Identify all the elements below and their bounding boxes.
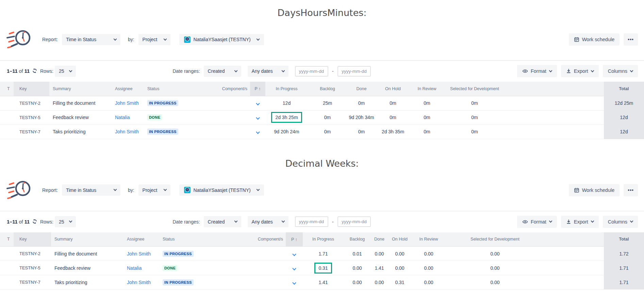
rows-label: Rows: [40, 219, 53, 225]
date-from-input[interactable] [295, 216, 328, 227]
toolbar: 1–11 of 11 Rows: 25 Date ranges: [0, 211, 644, 232]
column-header-priority[interactable]: P↑ [250, 82, 265, 96]
rows-select[interactable]: 25 [55, 66, 76, 77]
date-field-value: Created [208, 219, 225, 225]
column-header-backlog[interactable]: Backlog [308, 82, 347, 96]
chevron-down-icon [113, 37, 117, 40]
on-hold-cell: 0.00 [388, 247, 412, 261]
more-options-button[interactable]: ••• [624, 184, 638, 196]
in-progress-cell: 1.71 [303, 247, 344, 261]
in-progress-cell: 12d [265, 96, 308, 110]
column-header-components[interactable]: Component/s [243, 232, 286, 247]
column-header-components[interactable]: Component/s [219, 82, 250, 96]
project-select[interactable]: NataliaYSaasjet (TESTNY) [179, 34, 264, 45]
column-header-total[interactable]: Total [604, 232, 644, 247]
priority-chevron-icon[interactable] [292, 266, 296, 270]
column-header-assignee[interactable]: Assignee [112, 82, 145, 96]
date-to-input[interactable] [337, 216, 371, 227]
report-select[interactable]: Time in Status [62, 184, 120, 196]
selected-for-development-cell: 0m [444, 125, 505, 139]
pagination-range: 1–11 [7, 219, 17, 225]
total-cell: 1.71 [604, 275, 644, 290]
assignee-link[interactable]: John Smith [115, 100, 139, 106]
priority-chevron-icon[interactable] [256, 101, 260, 105]
column-header-selected-for-development[interactable]: Selected for Development [446, 232, 544, 247]
work-schedule-button[interactable]: Work schedule [569, 184, 620, 196]
section-title: Decimal Weeks: [0, 139, 644, 169]
column-header-key[interactable]: Key [14, 82, 49, 96]
column-header-in-progress[interactable]: In Progress [265, 82, 308, 96]
priority-chevron-icon[interactable] [292, 252, 296, 256]
project-select[interactable]: NataliaYSaasjet (TESTNY) [179, 184, 264, 196]
status-badge: IN PROGRESS [147, 100, 178, 106]
export-button[interactable]: Export [561, 216, 599, 228]
column-header-backlog[interactable]: Backlog [344, 232, 371, 247]
column-header-summary[interactable]: Summary [49, 82, 112, 96]
by-label: by: [128, 187, 134, 193]
assignee-link[interactable]: Natalia [127, 265, 142, 271]
spacer-cell [544, 261, 604, 275]
date-mode-select[interactable]: Any dates [248, 66, 288, 77]
chevron-down-icon [591, 69, 594, 72]
date-mode-select[interactable]: Any dates [248, 216, 288, 227]
refresh-icon[interactable] [32, 68, 37, 75]
assignee-link[interactable]: John Smith [115, 129, 139, 134]
status-badge: IN PROGRESS [163, 251, 194, 257]
column-header-on-hold[interactable]: On Hold [376, 82, 410, 96]
column-header-total[interactable]: Total [604, 82, 644, 96]
on-hold-cell: 0.31 [388, 275, 412, 290]
column-header-summary[interactable]: Summary [51, 232, 124, 247]
column-header-in-review[interactable]: In Review [412, 232, 446, 247]
column-header-assignee[interactable]: Assignee [124, 232, 160, 247]
columns-button[interactable]: Columns [603, 65, 638, 77]
status-badge: IN PROGRESS [147, 129, 178, 135]
issue-summary: Feedback review [51, 261, 124, 275]
assignee-link[interactable]: John Smith [127, 280, 151, 285]
columns-label: Columns [608, 68, 627, 74]
assignee-link[interactable]: Natalia [115, 115, 130, 120]
by-select[interactable]: Project [138, 34, 170, 45]
work-schedule-button[interactable]: Work schedule [569, 33, 620, 46]
spacer-cell [544, 275, 604, 290]
date-from-input[interactable] [295, 66, 328, 77]
issue-key: TESTNY-5 [14, 110, 49, 125]
components-cell [243, 275, 286, 290]
column-header-key[interactable]: Key [14, 232, 51, 247]
column-header-selected-for-development[interactable]: Selected for Development [444, 82, 505, 96]
report-select[interactable]: Time in Status [62, 34, 120, 45]
rows-select[interactable]: 25 [55, 216, 76, 227]
in-review-cell: 0m [410, 125, 444, 139]
format-button[interactable]: Format [517, 65, 557, 77]
format-button[interactable]: Format [517, 216, 557, 228]
app-logo-clock-icon [6, 28, 33, 51]
chevron-down-icon [630, 69, 633, 72]
by-select[interactable]: Project [138, 184, 170, 196]
column-header-status[interactable]: Status [145, 82, 219, 96]
more-options-button[interactable]: ••• [624, 33, 638, 46]
assignee-link[interactable]: John Smith [127, 251, 151, 257]
format-label: Format [531, 219, 546, 225]
priority-chevron-icon[interactable] [256, 116, 260, 119]
by-select-value: Project [143, 37, 158, 42]
done-cell: 0.00 [371, 275, 388, 290]
date-field-select[interactable]: Created [204, 66, 241, 77]
column-header-status[interactable]: Status [160, 232, 243, 247]
spacer-cell [544, 247, 604, 261]
column-header-done[interactable]: Done [347, 82, 376, 96]
export-button[interactable]: Export [561, 65, 599, 77]
priority-chevron-icon[interactable] [292, 281, 296, 284]
column-header-done[interactable]: Done [371, 232, 388, 247]
column-header-in-progress[interactable]: In Progress [303, 232, 344, 247]
date-field-select[interactable]: Created [204, 216, 241, 227]
date-range-dash: - [332, 68, 334, 74]
priority-chevron-icon[interactable] [256, 130, 260, 134]
date-to-input[interactable] [337, 66, 371, 77]
components-cell [219, 110, 250, 125]
components-cell [243, 247, 286, 261]
table-row: TESTNY-7 Taks prioritizing John Smith IN… [0, 125, 644, 139]
refresh-icon[interactable] [32, 219, 37, 226]
column-header-in-review[interactable]: In Review [410, 82, 444, 96]
column-header-priority[interactable]: P↑ [286, 232, 303, 247]
columns-button[interactable]: Columns [603, 216, 638, 228]
column-header-on-hold[interactable]: On Hold [388, 232, 412, 247]
